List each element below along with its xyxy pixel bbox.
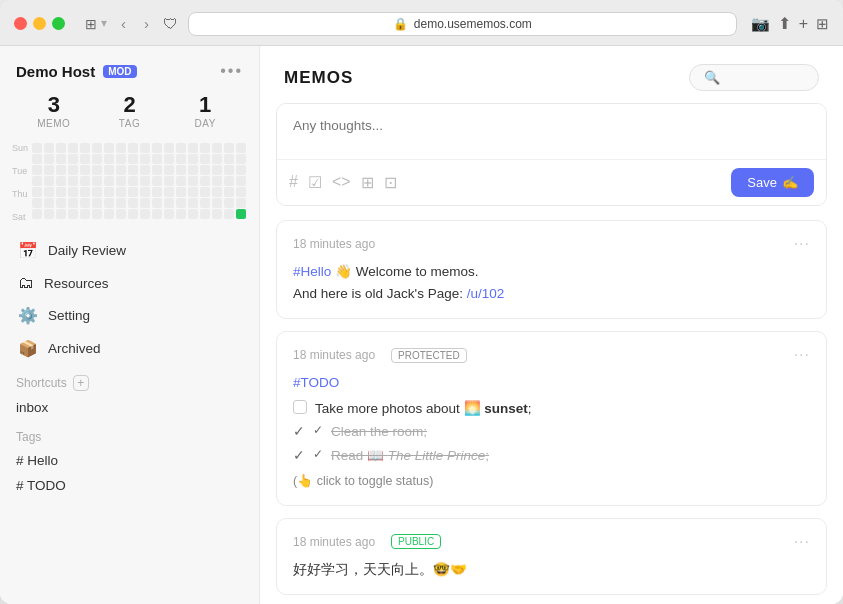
mod-badge: MOD [103,65,136,78]
memo-options-3[interactable]: ··· [794,533,810,551]
memo-meta-2: 18 minutes ago PROTECTED ··· [293,346,810,364]
memo-content-2: #TODO Take more photos about 🌅 sunset; ✓… [293,372,810,490]
share-icon[interactable]: ⬆ [778,14,791,33]
page-title: MEMOS [284,68,353,88]
calendar-icon: 📅 [18,241,38,260]
toolbar-actions: 📷 ⬆ + ⊞ [751,14,829,33]
memos-list: 18 minutes ago ··· #Hello 👋 Welcome to m… [260,220,843,604]
tag-hello: # Hello [16,453,58,468]
memo-tag-todo: #TODO [293,375,339,390]
checkbox-tool-icon[interactable]: ☑ [308,173,322,192]
sidebar-item-resources[interactable]: 🗂 Resources [8,267,251,299]
close-button[interactable] [14,17,27,30]
day-count: 1 [199,92,211,118]
toggle-hint: (👆 click to toggle status) [293,471,810,491]
lock-icon: 🔒 [393,17,408,31]
memo-link-1[interactable]: /u/102 [467,286,505,301]
day-stat: 1 DAY [167,92,243,129]
resources-icon: 🗂 [18,274,34,292]
tag-label: TAG [119,118,140,129]
memo-content-1: #Hello 👋 Welcome to memos. And here is o… [293,261,810,304]
heatmap: Sun Tue Thu Sat [0,143,259,234]
facetime-icon[interactable]: 📷 [751,15,770,33]
tag-count: 2 [123,92,135,118]
image-tool-icon[interactable]: ⊞ [361,173,374,192]
setting-label: Setting [48,308,90,323]
sidebar-item-archived[interactable]: 📦 Archived [8,332,251,365]
sidebar: Demo Host MOD ••• 3 MEMO 2 TAG 1 DAY [0,46,260,604]
memo-label: MEMO [37,118,70,129]
memo-card-1: 18 minutes ago ··· #Hello 👋 Welcome to m… [276,220,827,319]
browser-toolbar: ⊞ ▾ ‹ › 🛡 🔒 demo.usememos.com 📷 ⬆ + ⊞ [0,0,843,46]
nav-section: 📅 Daily Review 🗂 Resources ⚙️ Setting 📦 … [0,234,259,365]
sidebar-item-setting[interactable]: ⚙️ Setting [8,299,251,332]
tag-tool-icon[interactable]: # [289,173,298,192]
save-label: Save [747,175,777,190]
stats-row: 3 MEMO 2 TAG 1 DAY [0,92,259,129]
memo-options-2[interactable]: ··· [794,346,810,364]
user-info: Demo Host MOD [16,63,137,80]
todo-item-1[interactable]: Take more photos about 🌅 sunset; [293,398,810,420]
minimize-button[interactable] [33,17,46,30]
memo-toolbar: # ☑ <> ⊞ ⊡ Save ✍️ [277,159,826,205]
more-menu-button[interactable]: ••• [220,62,243,80]
tag-todo: # TODO [16,478,66,493]
search-icon: 🔍 [704,70,720,85]
extensions-icon[interactable]: ⊞ [816,15,829,33]
new-tab-icon[interactable]: + [799,15,808,33]
todo-list: Take more photos about 🌅 sunset; ✓ Clean… [293,398,810,467]
search-box[interactable]: 🔍 [689,64,819,91]
username: Demo Host [16,63,95,80]
shield-icon: 🛡 [163,15,178,32]
address-bar[interactable]: 🔒 demo.usememos.com [188,12,737,36]
heatmap-day-labels: Sun Tue Thu Sat [12,143,28,222]
browser-nav: ⊞ ▾ [81,16,107,32]
tag-item-hello[interactable]: # Hello [0,448,259,473]
shortcuts-section: Shortcuts + [0,365,259,395]
memo-card-3: 18 minutes ago PUBLIC ··· 好好学习，天天向上。🤓🤝 [276,518,827,596]
archived-label: Archived [48,341,101,356]
code-tool-icon[interactable]: <> [332,173,351,192]
sidebar-item-daily-review[interactable]: 📅 Daily Review [8,234,251,267]
memo-tools: # ☑ <> ⊞ ⊡ [289,173,397,192]
app-container: Demo Host MOD ••• 3 MEMO 2 TAG 1 DAY [0,46,843,604]
memo-text-3: 好好学习，天天向上。🤓🤝 [293,562,467,577]
tag-stat: 2 TAG [92,92,168,129]
sidebar-header: Demo Host MOD ••• [0,62,259,92]
todo-item-2[interactable]: ✓ Clean the room; [293,421,810,443]
tag-item-todo[interactable]: # TODO [0,473,259,498]
memo-content-3: 好好学习，天天向上。🤓🤝 [293,559,810,581]
memo-tag-hello: #Hello [293,264,331,279]
save-button[interactable]: Save ✍️ [731,168,814,197]
tags-section: Tags [0,420,259,448]
add-shortcut-button[interactable]: + [73,375,89,391]
memo-input[interactable] [277,104,826,156]
todo-check-2: ✓ [313,421,323,440]
inbox-label: inbox [16,400,48,415]
main-header: MEMOS 🔍 [260,46,843,103]
forward-button[interactable]: › [140,13,153,34]
memo-time-3: 18 minutes ago [293,535,375,549]
shortcuts-label: Shortcuts [16,376,67,390]
back-button[interactable]: ‹ [117,13,130,34]
todo-checkbox-1[interactable] [293,400,307,414]
memo-meta-3: 18 minutes ago PUBLIC ··· [293,533,810,551]
memo-card-2: 18 minutes ago PROTECTED ··· #TODO Take … [276,331,827,505]
main-content: MEMOS 🔍 # ☑ <> ⊞ ⊡ Save [260,46,843,604]
heatmap-grid [32,143,247,219]
archive-icon: 📦 [18,339,38,358]
todo-check-3: ✓ [313,445,323,464]
tab-grid-icon[interactable]: ⊞ [85,16,97,32]
tab-chevron-icon[interactable]: ▾ [101,16,107,32]
maximize-button[interactable] [52,17,65,30]
memo-options-1[interactable]: ··· [794,235,810,253]
fullscreen-tool-icon[interactable]: ⊡ [384,173,397,192]
todo-text-2: Clean the room; [331,421,427,443]
todo-item-3[interactable]: ✓ Read 📖 The Little Prince; [293,445,810,467]
todo-text-3: Read 📖 The Little Prince; [331,445,489,467]
gear-icon: ⚙️ [18,306,38,325]
memo-input-area: # ☑ <> ⊞ ⊡ Save ✍️ [276,103,827,206]
shortcut-inbox[interactable]: inbox [0,395,259,420]
memo-time-1: 18 minutes ago [293,237,375,251]
traffic-lights [14,17,65,30]
